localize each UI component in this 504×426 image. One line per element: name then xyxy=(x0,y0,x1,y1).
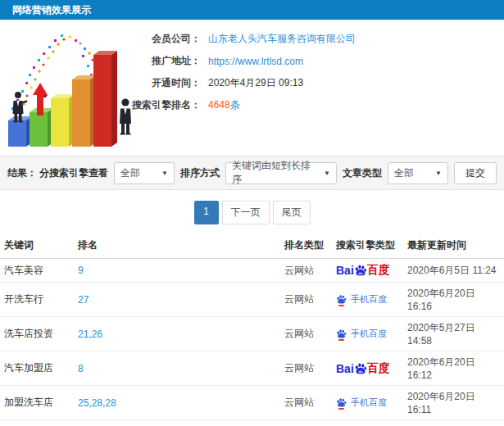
mobile-baidu-text: 手机百度 xyxy=(351,328,387,340)
update-time-cell: 2020年6月5日 11:24 xyxy=(403,259,504,283)
baidu-paw-icon: du xyxy=(354,362,367,375)
chevron-down-icon: ▼ xyxy=(161,170,168,177)
engine-cell: Bai du 百度 xyxy=(332,386,403,420)
member-info-section: 会员公司： 山东老人头汽车服务咨询有限公司 推广地址： https://www.… xyxy=(0,20,504,156)
engine-filter-label: 分搜索引擎查看 xyxy=(39,166,108,180)
table-row: 汽车美容 9 云网站 Bai du 百度 xyxy=(0,259,504,283)
engine-cell: Bai du 百度 xyxy=(332,283,403,317)
mobile-baidu-text: 手机百度 xyxy=(351,293,387,306)
keyword-cell: 汽车美容 xyxy=(0,259,74,283)
keyword-table: 关键词 排名 排名类型 搜索引擎类型 最新更新时间 汽车美容 9 云网站 Bai… xyxy=(0,233,504,426)
keyword-table-body: 汽车美容 9 云网站 Bai du 百度 xyxy=(0,259,504,426)
svg-text:du: du xyxy=(358,271,363,275)
app-header: 网络营销效果展示 xyxy=(0,0,504,20)
svg-text:du: du xyxy=(358,369,363,373)
mobile-baidu-paw-icon xyxy=(336,294,347,305)
rank-type-cell: 云网站 xyxy=(280,351,332,386)
keyword-cell: 汽车加盟店 xyxy=(0,351,74,386)
table-row: 洗车赚钱吗 30 云网站 Bai du 百度 xyxy=(0,420,504,426)
chevron-down-icon: ▼ xyxy=(435,170,442,177)
engine-cell: Bai du 百度 xyxy=(332,351,403,386)
rank-cell[interactable]: 9 xyxy=(74,259,280,283)
rank-count: 4648 xyxy=(208,99,230,111)
mobile-baidu-logo: 手机百度 xyxy=(336,293,399,306)
rank-cell[interactable]: 27 xyxy=(74,283,280,317)
engine-rank-label: 搜索引擎排名： xyxy=(115,98,201,112)
rank-cell[interactable]: 21,26 xyxy=(74,317,280,351)
mobile-baidu-logo: 手机百度 xyxy=(336,328,399,340)
result-label: 结果： xyxy=(7,166,37,180)
pagination: 1 下一页 尾页 xyxy=(0,201,504,224)
rank-type-cell: 云网站 xyxy=(280,259,332,283)
keyword-cell: 洗车赚钱吗 xyxy=(0,420,74,426)
sort-value: 关键词由短到长排序 xyxy=(232,159,320,187)
rank-cell[interactable]: 30 xyxy=(74,420,280,426)
rank-type-cell: 云网站 xyxy=(280,283,332,317)
page-title: 网络营销效果展示 xyxy=(12,4,91,16)
promo-url-link[interactable]: https://www.lrtlsd.com xyxy=(208,56,303,67)
keyword-cell: 加盟洗车店 xyxy=(0,386,74,420)
rank-type-cell: 云网站 xyxy=(280,386,332,420)
open-time-row: 开通时间： 2020年4月29日 09:13 xyxy=(115,72,356,94)
col-header-keyword: 关键词 xyxy=(0,233,74,259)
rank-unit: 条 xyxy=(230,99,240,111)
col-header-time: 最新更新时间 xyxy=(403,233,504,259)
mobile-baidu-text: 手机百度 xyxy=(351,397,387,409)
article-type-select[interactable]: 全部 ▼ xyxy=(388,162,448,184)
baidu-text-suffix: 百度 xyxy=(367,361,390,376)
table-row: 加盟洗车店 25,28,28 云网站 Bai du 百度 xyxy=(0,386,504,420)
page-1-button[interactable]: 1 xyxy=(194,201,219,224)
engine-rank-value: 4648条 xyxy=(208,98,240,112)
filter-bar: 结果： 分搜索引擎查看 全部 ▼ 排序方式 关键词由短到长排序 ▼ 文章类型 全… xyxy=(0,156,504,190)
member-info-list: 会员公司： 山东老人头汽车服务咨询有限公司 推广地址： https://www.… xyxy=(115,28,356,116)
engine-cell: Bai du 百度 xyxy=(332,420,403,426)
mobile-baidu-logo: 手机百度 xyxy=(336,397,399,409)
keyword-cell: 开洗车行 xyxy=(0,283,74,317)
submit-button[interactable]: 提交 xyxy=(454,162,497,184)
col-header-rank: 排名 xyxy=(74,233,280,259)
engine-cell: Bai du 百度 xyxy=(332,317,403,351)
engine-rank-row: 搜索引擎排名： 4648条 xyxy=(115,94,356,116)
promo-url-row: 推广地址： https://www.lrtlsd.com xyxy=(115,50,356,72)
rank-cell[interactable]: 8 xyxy=(74,351,280,386)
engine-filter-select[interactable]: 全部 ▼ xyxy=(114,162,175,184)
baidu-paw-icon: du xyxy=(354,264,367,277)
rank-type-cell: 云网站 xyxy=(280,317,332,351)
baidu-text-prefix: Bai xyxy=(336,264,354,277)
member-company-link[interactable]: 山东老人头汽车服务咨询有限公司 xyxy=(208,32,356,46)
filter-controls: 分搜索引擎查看 全部 ▼ 排序方式 关键词由短到长排序 ▼ 文章类型 全部 ▼ … xyxy=(39,162,497,184)
table-row: 开洗车行 27 云网站 Bai du 百度 xyxy=(0,283,504,317)
table-row: 洗车店投资 21,26 云网站 Bai du 百度 xyxy=(0,317,504,351)
rank-cell[interactable]: 25,28,28 xyxy=(74,386,280,420)
baidu-logo: Bai du 百度 xyxy=(336,263,399,278)
keyword-cell: 洗车店投资 xyxy=(0,317,74,351)
update-time-cell: 2020年6月20日 16:12 xyxy=(403,351,504,386)
engine-filter-value: 全部 xyxy=(120,166,140,180)
mobile-baidu-paw-icon xyxy=(336,397,347,408)
table-row: 汽车加盟店 8 云网站 Bai du 百度 xyxy=(0,351,504,386)
rank-type-cell: 云网站 xyxy=(280,420,332,426)
chevron-down-icon: ▼ xyxy=(324,170,330,177)
col-header-engine: 搜索引擎类型 xyxy=(332,233,403,259)
member-company-label: 会员公司： xyxy=(115,32,201,46)
open-time-label: 开通时间： xyxy=(115,76,201,90)
sort-label: 排序方式 xyxy=(180,166,220,180)
bars-group xyxy=(8,51,117,147)
article-type-label: 文章类型 xyxy=(343,166,382,180)
last-page-button[interactable]: 尾页 xyxy=(273,201,311,224)
engine-cell: Bai du 百度 xyxy=(332,259,403,283)
sort-select[interactable]: 关键词由短到长排序 ▼ xyxy=(225,162,337,184)
mobile-baidu-paw-icon xyxy=(336,329,347,339)
article-type-value: 全部 xyxy=(394,166,414,180)
update-time-cell: 2020年6月20日 16:11 xyxy=(403,386,504,420)
baidu-logo: Bai du 百度 xyxy=(336,361,399,376)
baidu-text-prefix: Bai xyxy=(336,362,354,375)
update-time-cell: 2020年6月20日 16:12 xyxy=(403,420,504,426)
open-time-value: 2020年4月29日 09:13 xyxy=(208,76,303,90)
promo-url-label: 推广地址： xyxy=(115,54,201,68)
next-page-button[interactable]: 下一页 xyxy=(222,201,270,224)
keyword-table-head: 关键词 排名 排名类型 搜索引擎类型 最新更新时间 xyxy=(0,233,504,259)
baidu-text-suffix: 百度 xyxy=(367,263,390,278)
col-header-rank-type: 排名类型 xyxy=(280,233,332,259)
member-company-row: 会员公司： 山东老人头汽车服务咨询有限公司 xyxy=(115,28,356,50)
